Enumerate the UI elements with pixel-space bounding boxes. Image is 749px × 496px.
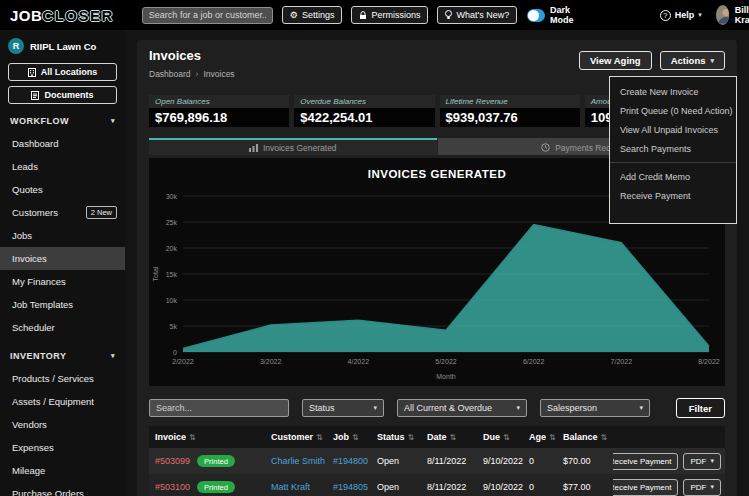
header-label: Invoice — [155, 432, 186, 442]
filter-button[interactable]: Filter — [676, 398, 725, 418]
menu-item-receive-payment[interactable]: Receive Payment — [610, 186, 736, 205]
sidebar-item-jobs[interactable]: Jobs — [0, 224, 125, 247]
menu-item-view-all-unpaid[interactable]: View All Unpaid Invoices — [610, 120, 736, 139]
permissions-button[interactable]: Permissions — [351, 6, 428, 24]
job-link[interactable]: #194805 — [333, 482, 368, 492]
salesperson-select[interactable]: Salesperson ▾ — [540, 399, 650, 417]
all-locations-button[interactable]: All Locations — [8, 63, 117, 81]
whats-new-label: What's New? — [456, 10, 509, 20]
clock-icon — [541, 143, 550, 152]
inventory-section-header[interactable]: INVENTORY ▾ — [0, 339, 125, 367]
status-value: Open — [377, 482, 399, 492]
dark-mode-toggle[interactable] — [527, 9, 545, 22]
menu-item-add-credit-memo[interactable]: Add Credit Memo — [610, 167, 736, 186]
sidebar-item-my-finances[interactable]: My Finances — [0, 270, 125, 293]
permissions-label: Permissions — [371, 10, 420, 20]
sidebar-item-quotes[interactable]: Quotes — [0, 178, 125, 201]
date-value: 8/11/2022 — [427, 482, 466, 492]
app-logo[interactable]: JOB CLOSER — [10, 7, 114, 24]
printed-badge: Printed — [197, 455, 235, 467]
documents-button[interactable]: Documents — [8, 86, 117, 104]
user-menu[interactable]: Billy Kraft ▾ — [716, 5, 749, 25]
menu-item-print-queue[interactable]: Print Queue (0 Need Action) — [610, 101, 736, 120]
item-label: Mileage — [12, 465, 45, 476]
header-label: Due — [483, 432, 500, 442]
receive-payment-button[interactable]: Receive Payment — [613, 479, 678, 496]
item-label: Vendors — [12, 419, 47, 430]
svg-text:5/2022: 5/2022 — [435, 358, 457, 365]
sidebar-item-products-services[interactable]: Products / Services — [0, 367, 125, 390]
menu-item-search-payments[interactable]: Search Payments — [610, 139, 736, 158]
lightbulb-icon — [445, 10, 452, 20]
table-row: #503099 Printed Charlie Smith #194800 Op… — [149, 448, 725, 474]
sidebar-item-expenses[interactable]: Expenses — [0, 436, 125, 459]
sort-icon[interactable]: ⇅ — [450, 433, 457, 442]
header-customer[interactable]: Customer⇅ — [265, 432, 327, 442]
sort-icon[interactable]: ⇅ — [189, 433, 196, 442]
sidebar-item-dashboard[interactable]: Dashboard — [0, 132, 125, 155]
due-value: 9/10/2022 — [483, 456, 523, 466]
global-search-input[interactable] — [142, 7, 273, 24]
sidebar-item-assets-equipment[interactable]: Assets / Equipment — [0, 390, 125, 413]
help-menu[interactable]: ? Help ▾ — [660, 10, 702, 21]
status-select[interactable]: Status ▾ — [302, 399, 384, 417]
item-label: Purchase Orders — [12, 488, 84, 496]
header-due[interactable]: Due⇅ — [477, 432, 523, 442]
header-status[interactable]: Status⇅ — [371, 432, 421, 442]
menu-divider — [610, 162, 736, 163]
sort-icon[interactable]: ⇅ — [352, 433, 359, 442]
chevron-down-icon: ▾ — [698, 11, 702, 19]
sidebar-item-customers[interactable]: Customers 2 New — [0, 201, 125, 224]
item-label: Job Templates — [12, 299, 73, 310]
customer-link[interactable]: Matt Kraft — [271, 482, 310, 492]
workflow-section-header[interactable]: WORKFLOW ▾ — [0, 104, 125, 132]
sort-icon[interactable]: ⇅ — [408, 433, 415, 442]
item-label: Scheduler — [12, 322, 55, 333]
page-title: Invoices — [149, 48, 201, 63]
whats-new-button[interactable]: What's New? — [437, 6, 517, 24]
building-icon — [28, 68, 36, 77]
sort-icon[interactable]: ⇅ — [601, 433, 608, 442]
customer-link[interactable]: Charlie Smith — [271, 456, 325, 466]
sidebar-item-vendors[interactable]: Vendors — [0, 413, 125, 436]
actions-button[interactable]: Actions ▾ — [660, 51, 725, 70]
header-label: Balance — [563, 432, 598, 442]
pdf-button[interactable]: PDF ▾ — [683, 453, 721, 470]
inventory-title: INVENTORY — [10, 351, 67, 361]
header-date[interactable]: Date⇅ — [421, 432, 477, 442]
menu-item-create-new-invoice[interactable]: Create New Invoice — [610, 82, 736, 101]
breadcrumb-dashboard[interactable]: Dashboard — [149, 69, 191, 79]
tab-invoices-generated[interactable]: Invoices Generated — [149, 138, 437, 155]
invoices-table: Invoice⇅ Customer⇅ Job⇅ Status⇅ Date⇅ Du… — [149, 426, 725, 496]
svg-text:30k: 30k — [166, 193, 178, 200]
header-label: Customer — [271, 432, 313, 442]
invoice-number-link[interactable]: #503099 — [155, 456, 190, 466]
sidebar-item-purchase-orders[interactable]: Purchase Orders — [0, 482, 125, 496]
sort-icon[interactable]: ⇅ — [549, 433, 556, 442]
sidebar-item-job-templates[interactable]: Job Templates — [0, 293, 125, 316]
header-balance[interactable]: Balance⇅ — [557, 432, 613, 442]
header-age[interactable]: Age⇅ — [523, 432, 557, 442]
company-selector[interactable]: R RIIPL Lawn Co — [0, 30, 125, 58]
table-search-input[interactable] — [149, 399, 289, 417]
printed-badge: Printed — [197, 481, 235, 493]
view-aging-button[interactable]: View Aging — [579, 51, 652, 70]
pdf-button[interactable]: PDF ▾ — [683, 479, 721, 496]
invoice-number-link[interactable]: #503100 — [155, 482, 190, 492]
settings-button[interactable]: ⚙ Settings — [282, 6, 343, 24]
sidebar-item-invoices[interactable]: Invoices — [0, 247, 125, 270]
header-job[interactable]: Job⇅ — [327, 432, 371, 442]
header-invoice[interactable]: Invoice⇅ — [149, 432, 265, 442]
sidebar-item-leads[interactable]: Leads — [0, 155, 125, 178]
job-link[interactable]: #194800 — [333, 456, 368, 466]
scope-select[interactable]: All Current & Overdue ▾ — [397, 399, 527, 417]
age-value: 0 — [529, 482, 534, 492]
due-value: 9/10/2022 — [483, 482, 523, 492]
sort-icon[interactable]: ⇅ — [503, 433, 510, 442]
gear-icon: ⚙ — [290, 11, 298, 20]
receive-payment-button[interactable]: Receive Payment — [613, 453, 678, 470]
sidebar-item-mileage[interactable]: Mileage — [0, 459, 125, 482]
main-panel: Invoices Dashboard › Invoices View Aging… — [137, 40, 737, 496]
sidebar-item-scheduler[interactable]: Scheduler — [0, 316, 125, 339]
sort-icon[interactable]: ⇅ — [316, 433, 323, 442]
